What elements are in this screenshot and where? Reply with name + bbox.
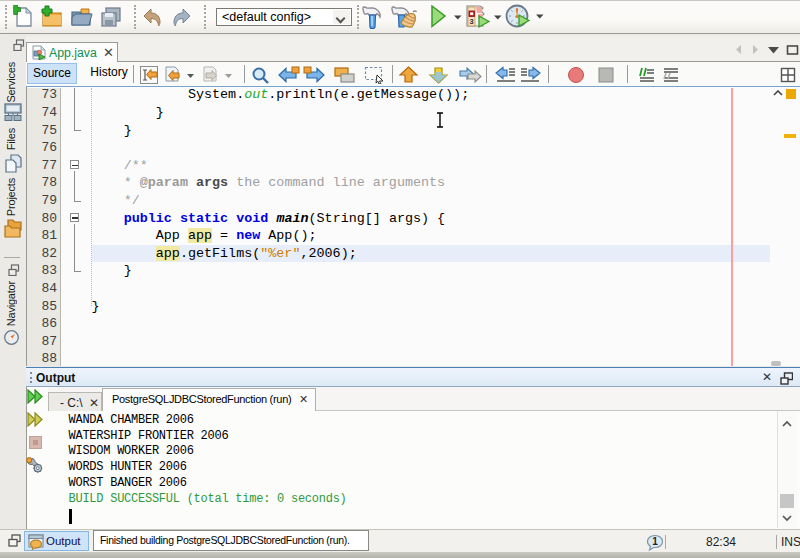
svg-text:1: 1 [652,536,658,547]
